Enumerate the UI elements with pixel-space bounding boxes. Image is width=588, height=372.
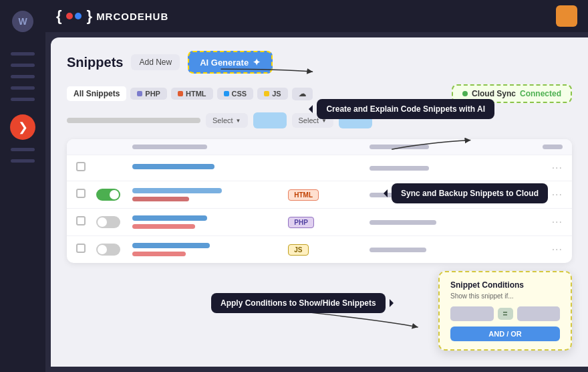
checkbox-1[interactable] [76, 162, 86, 171]
tab-css-label: CSS [232, 90, 247, 98]
toggle-thumb-3 [98, 217, 107, 227]
toggle-thumb-2 [110, 190, 119, 199]
and-or-button[interactable]: AND / OR [450, 327, 560, 341]
cloud-sync-label: Cloud Sync [472, 89, 516, 98]
filter-pill-1[interactable] [253, 112, 287, 128]
row-1-check[interactable] [76, 162, 90, 174]
row-3-tags: PHP [288, 217, 363, 228]
cloud-sync-status: Connected [520, 89, 561, 98]
php-dot-icon [137, 91, 142, 96]
select-dropdown-1[interactable]: Select ▼ [206, 113, 248, 128]
row-4-name [132, 243, 281, 256]
sidebar-nav-item-6[interactable] [11, 148, 35, 151]
table-row: JS ··· [67, 236, 572, 263]
wordpress-icon[interactable]: W [12, 11, 33, 32]
tab-php[interactable]: PHP [130, 88, 167, 100]
ai-generate-button[interactable]: AI Generate ✦ [188, 51, 273, 74]
row-3-name [132, 215, 281, 229]
row-3-check[interactable] [76, 216, 90, 228]
tab-cloud[interactable]: ☁ [292, 88, 313, 100]
toggle-3[interactable] [96, 216, 120, 228]
conditions-panel: Snippet Conditions Show this snippet if.… [438, 271, 572, 351]
action-menu-icon-3[interactable]: ··· [552, 216, 563, 228]
sparkle-icon: ✦ [253, 57, 261, 68]
conditions-panel-subtitle: Show this snippet if... [450, 292, 560, 300]
row-3-actions[interactable]: ··· [525, 216, 563, 228]
main-area: { } MRCODEHUB Snip [45, 0, 588, 372]
callout-sync: Sync and Backup Snippets to Cloud [392, 183, 548, 203]
action-menu-icon-2[interactable]: ··· [552, 189, 563, 201]
condition-equals-icon: = [498, 308, 513, 320]
checkbox-2[interactable] [76, 189, 86, 198]
app-name: MRCODEHUB [96, 11, 168, 22]
sidebar-active-icon[interactable]: ❯ [10, 114, 35, 140]
sidebar-nav-item-3[interactable] [11, 75, 35, 78]
checkbox-4[interactable] [76, 244, 86, 253]
tab-js[interactable]: JS [257, 88, 287, 100]
row-3-toggle-col[interactable] [96, 216, 126, 228]
sidebar: W ❯ [0, 0, 45, 372]
action-menu-icon-1[interactable]: ··· [552, 162, 563, 174]
sidebar-nav-item-7[interactable] [11, 159, 35, 163]
checkbox-3[interactable] [76, 216, 86, 225]
row-2-tags: HTML [288, 189, 363, 201]
app-logo-group: { } MRCODEHUB [56, 7, 551, 25]
row-4-check[interactable] [76, 244, 90, 256]
tab-all-snippets[interactable]: All Snippets [67, 86, 126, 101]
topbar: { } MRCODEHUB [45, 0, 588, 32]
user-avatar[interactable] [556, 5, 577, 27]
toggle-4[interactable] [96, 244, 120, 256]
row-2-toggle-col[interactable] [96, 189, 126, 201]
conditions-row: = [450, 306, 560, 321]
tab-cloud-label: ☁ [299, 90, 306, 98]
sidebar-nav-item-4[interactable] [11, 86, 35, 90]
header-actions [525, 145, 563, 149]
row-4-toggle-col[interactable] [96, 244, 126, 256]
sidebar-nav: ❯ [0, 52, 45, 163]
logo-bracket-right: } [87, 7, 92, 25]
header-name [132, 145, 281, 149]
tab-css[interactable]: CSS [217, 88, 254, 100]
add-new-button[interactable]: Add New [131, 54, 180, 70]
logo-dots [66, 13, 82, 19]
row-2-check[interactable] [76, 189, 90, 201]
condition-value-right[interactable] [517, 306, 561, 321]
tab-html-label: HTML [186, 90, 206, 98]
conditions-panel-title: Snippet Conditions [450, 280, 560, 290]
table-row: ··· [67, 155, 572, 181]
row-4-actions[interactable]: ··· [525, 244, 563, 256]
css-dot-icon [224, 91, 229, 96]
page-header: Snippets Add New AI Generate ✦ [67, 51, 572, 74]
logo-bracket-left: { [56, 7, 61, 25]
callout-conditions: Apply Conditions to Show/Hide Snippets [211, 293, 386, 313]
tab-html[interactable]: HTML [171, 88, 213, 100]
cloud-sync-dot-icon [462, 91, 468, 96]
row-2-name [132, 188, 281, 201]
tag-php-badge: PHP [288, 217, 314, 228]
search-bar-placeholder [67, 118, 200, 123]
row-1-name [132, 164, 281, 173]
content-area: Snippets Add New AI Generate ✦ Create an… [51, 37, 588, 367]
ai-generate-label: AI Generate [200, 58, 249, 68]
table-header-row [67, 139, 572, 155]
table-row: PHP ··· [67, 209, 572, 236]
row-1-actions[interactable]: ··· [525, 162, 563, 174]
tag-js-badge: JS [288, 244, 308, 256]
action-menu-icon-4[interactable]: ··· [552, 244, 563, 256]
row-4-tags: JS [288, 244, 363, 256]
html-dot-icon [178, 91, 183, 96]
logo-dot-red [66, 13, 73, 19]
row-3-desc [370, 220, 519, 225]
sidebar-nav-item-5[interactable] [11, 98, 35, 101]
chevron-down-icon: ▼ [236, 118, 241, 124]
tab-js-label: JS [272, 90, 281, 98]
tag-html-badge: HTML [288, 189, 319, 201]
select-2-label: Select [299, 116, 319, 124]
sidebar-nav-item-1[interactable] [11, 52, 35, 56]
sidebar-nav-item-2[interactable] [11, 64, 35, 67]
callout-ai: Create and Explain Code Snippets with AI [317, 99, 494, 119]
row-4-desc [370, 248, 519, 252]
toggle-2[interactable] [96, 189, 120, 201]
header-desc [370, 145, 519, 149]
condition-value-left[interactable] [450, 306, 494, 321]
